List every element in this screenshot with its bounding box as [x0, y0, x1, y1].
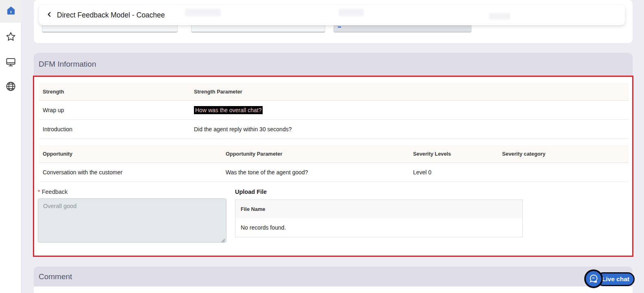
opportunity-parameter-cell: Was the tone of the agent good? — [226, 163, 308, 182]
dfm-section-title: DFM Information — [39, 60, 96, 69]
strength-parameter-cell: How was the overall chat? — [194, 101, 263, 119]
required-asterisk: * — [38, 189, 40, 195]
resize-grip-icon[interactable] — [221, 237, 225, 244]
table-row: Introduction Did the agent reply within … — [39, 120, 629, 139]
chevron-left-icon — [46, 11, 52, 19]
sidebar-item-home[interactable] — [0, 0, 22, 23]
comment-section-title: Comment — [39, 272, 72, 281]
upload-file-label: Upload File — [235, 189, 267, 195]
opportunity-table-header: Opportunity Opportunity Parameter Severi… — [39, 145, 629, 163]
opportunity-parameter-col-header: Opportunity Parameter — [226, 145, 282, 163]
table-row: Wrap up How was the overall chat? — [39, 101, 629, 120]
faded-label — [489, 13, 510, 20]
disabled-field-dash — [338, 26, 341, 28]
home-icon — [6, 5, 16, 17]
severity-levels-col-header: Severity Levels — [413, 145, 451, 163]
file-name-col-header: File Name — [241, 206, 265, 212]
opportunity-col-header: Opportunity — [43, 145, 72, 163]
strength-cell: Wrap up — [43, 101, 64, 119]
strength-table-header: Strength Strength Parameter — [39, 83, 629, 101]
upload-empty-row: No records found. — [235, 218, 523, 237]
star-icon — [5, 31, 16, 44]
sidebar — [0, 0, 22, 293]
upload-table-header: File Name — [235, 200, 523, 219]
table-row: Conversation with the customer Was the t… — [39, 163, 629, 182]
comment-section-header: Comment — [34, 267, 633, 286]
severity-category-col-header: Severity category — [502, 145, 546, 163]
strength-cell: Introduction — [43, 120, 72, 139]
severity-level-cell: Level 0 — [413, 163, 431, 182]
back-button[interactable] — [42, 8, 56, 22]
comment-card: Comment — [34, 267, 633, 293]
live-chat-button[interactable]: Live chat — [584, 269, 635, 289]
faded-label — [185, 9, 221, 16]
feedback-label: *Feedback — [38, 189, 67, 195]
sidebar-item-favorites[interactable] — [0, 26, 22, 49]
strength-parameter-cell: Did the agent reply within 30 seconds? — [194, 120, 292, 139]
page-title: Direct Feedback Model - Coachee — [57, 11, 165, 20]
feedback-textarea[interactable]: Overall good — [38, 198, 226, 243]
sidebar-item-web[interactable] — [0, 76, 22, 98]
live-chat-label: Live chat — [602, 276, 629, 283]
dfm-section-header: DFM Information — [34, 53, 633, 76]
opportunity-cell: Conversation with the customer — [43, 163, 122, 182]
strength-parameter-col-header: Strength Parameter — [194, 83, 242, 100]
page-header: Direct Feedback Model - Coachee — [39, 5, 625, 25]
strength-col-header: Strength — [43, 83, 64, 100]
no-records-text: No records found. — [241, 224, 286, 231]
globe-icon — [5, 81, 16, 93]
highlighted-text: How was the overall chat? — [194, 106, 263, 114]
faded-label — [339, 9, 364, 16]
chat-bubble-icon — [584, 269, 603, 288]
monitor-icon — [5, 56, 16, 69]
sidebar-item-workstation[interactable] — [0, 51, 22, 74]
